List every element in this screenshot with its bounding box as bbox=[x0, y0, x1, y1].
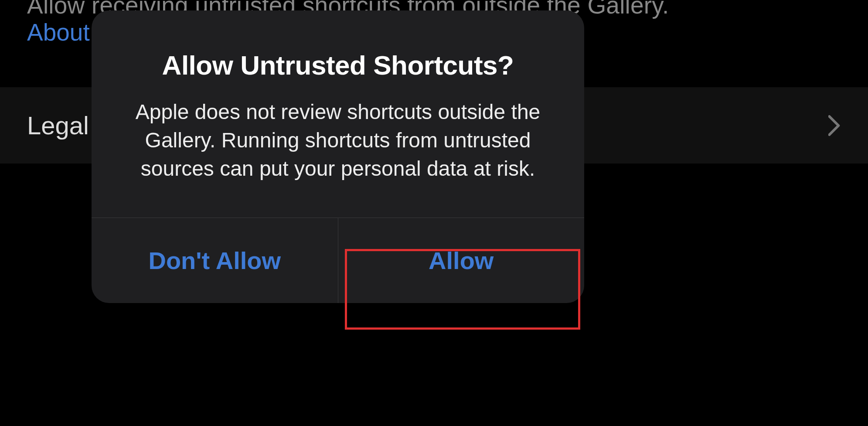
dialog-title: Allow Untrusted Shortcuts? bbox=[118, 50, 558, 81]
dialog-buttons: Don't Allow Allow bbox=[92, 218, 584, 303]
dialog-message: Apple does not review shortcuts outside … bbox=[118, 98, 558, 183]
dialog-body: Allow Untrusted Shortcuts? Apple does no… bbox=[92, 10, 584, 218]
confirm-dialog: Allow Untrusted Shortcuts? Apple does no… bbox=[92, 10, 584, 303]
dont-allow-button[interactable]: Don't Allow bbox=[92, 218, 338, 303]
dialog-overlay: Allow Untrusted Shortcuts? Apple does no… bbox=[0, 0, 868, 426]
allow-button[interactable]: Allow bbox=[338, 218, 585, 303]
